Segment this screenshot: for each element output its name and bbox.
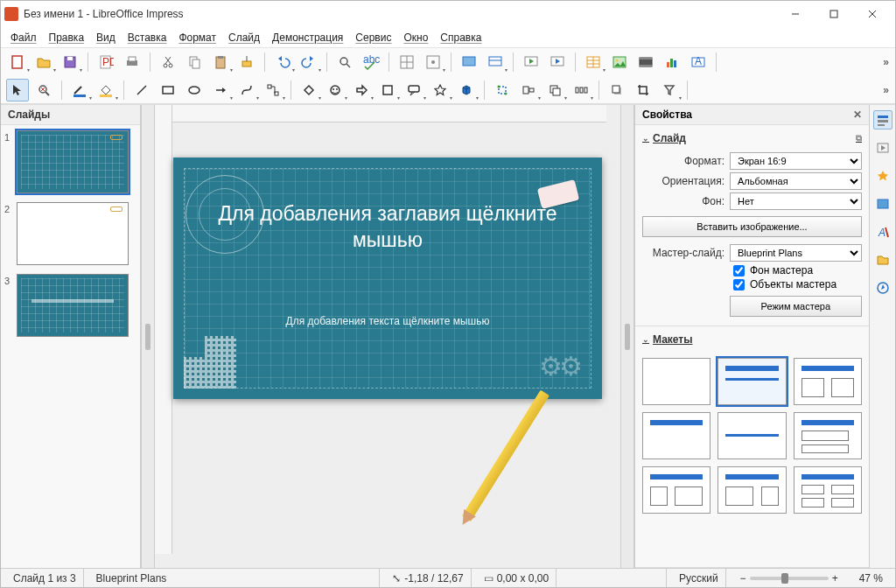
layout-centered[interactable]: [718, 412, 786, 459]
undo-button[interactable]: ▾: [271, 51, 294, 74]
paste-button[interactable]: ▾: [209, 51, 232, 74]
minimize-button[interactable]: [776, 1, 815, 27]
insert-textbox-button[interactable]: A: [687, 51, 710, 74]
fill-color-tool[interactable]: ▾: [94, 79, 117, 102]
zoom-out-button[interactable]: −: [737, 572, 750, 584]
status-language[interactable]: Русский: [672, 569, 726, 587]
master-select[interactable]: Blueprint Plans: [730, 244, 862, 262]
print-button[interactable]: [121, 51, 144, 74]
slide-thumbnail[interactable]: [17, 202, 129, 265]
master-slide-button[interactable]: ▾: [484, 51, 507, 74]
background-select[interactable]: Нет: [730, 192, 862, 210]
insert-image-button[interactable]: [608, 51, 631, 74]
rect-tool[interactable]: [157, 79, 179, 102]
insert-chart-button[interactable]: [661, 51, 683, 74]
slide-canvas[interactable]: Для добавления заглавия щёлкните мышью Д…: [173, 158, 602, 399]
new-button[interactable]: ▾: [6, 51, 29, 74]
export-pdf-button[interactable]: PDF: [94, 51, 117, 74]
start-current-button[interactable]: [546, 51, 569, 74]
slide-thumbnail[interactable]: [17, 130, 129, 193]
basic-shapes-tool[interactable]: ▾: [298, 79, 320, 102]
rotate-tool[interactable]: [491, 79, 514, 102]
layout-obj-left[interactable]: [642, 466, 710, 514]
line-color-tool[interactable]: ▾: [68, 79, 91, 102]
curve-tool[interactable]: ▾: [235, 79, 258, 102]
layout-title-2content[interactable]: [794, 358, 862, 405]
deck-gallery-icon[interactable]: [873, 250, 892, 270]
title-placeholder[interactable]: Для добавления заглавия щёлкните мышью: [208, 201, 567, 254]
redo-button[interactable]: ▾: [298, 51, 320, 74]
insert-image-button[interactable]: Вставить изображение...: [642, 216, 862, 237]
spellcheck-button[interactable]: abc: [360, 51, 382, 74]
stars-tool[interactable]: ▾: [429, 79, 452, 102]
status-zoom-level[interactable]: 47 %: [852, 569, 890, 587]
ellipse-tool[interactable]: [183, 79, 206, 102]
panel-collapse-right[interactable]: [620, 105, 634, 568]
panel-collapse-left[interactable]: [141, 105, 155, 568]
layout-title-only[interactable]: [642, 412, 710, 459]
properties-close-button[interactable]: ✕: [853, 108, 862, 121]
zoom-tool[interactable]: [32, 79, 55, 102]
insert-table-button[interactable]: ▾: [582, 51, 605, 74]
close-button[interactable]: [853, 1, 892, 27]
align-tool[interactable]: ▾: [517, 79, 540, 102]
section-layouts-title[interactable]: Макеты: [653, 333, 692, 346]
connector-tool[interactable]: ▾: [262, 79, 284, 102]
layout-blank[interactable]: [642, 358, 710, 405]
clone-format-button[interactable]: [235, 51, 258, 74]
menu-insert[interactable]: Вставка: [122, 29, 173, 46]
menu-view[interactable]: Вид: [90, 29, 122, 46]
start-slideshow-button[interactable]: [520, 51, 542, 74]
menu-tools[interactable]: Сервис: [349, 29, 397, 46]
menu-format[interactable]: Формат: [172, 29, 222, 46]
open-button[interactable]: ▾: [32, 51, 55, 74]
deck-slide-transition-icon[interactable]: [873, 138, 892, 158]
drawing-overflow-button[interactable]: »: [883, 84, 890, 96]
slide-thumbnail[interactable]: [17, 274, 129, 337]
menu-help[interactable]: Справка: [434, 29, 487, 46]
menu-window[interactable]: Окно: [397, 29, 434, 46]
arrange-tool[interactable]: ▾: [543, 79, 566, 102]
layout-2obj[interactable]: [794, 412, 862, 459]
deck-styles-icon[interactable]: A: [873, 222, 892, 242]
shadow-tool[interactable]: [606, 79, 628, 102]
content-placeholder[interactable]: Для добавления текста щёлкните мышью: [208, 315, 567, 327]
save-button[interactable]: ▾: [59, 51, 81, 74]
3d-tool[interactable]: ▾: [455, 79, 478, 102]
crop-tool[interactable]: [632, 79, 654, 102]
layout-4obj[interactable]: [794, 466, 862, 514]
find-button[interactable]: [333, 51, 356, 74]
snap-button[interactable]: ▾: [422, 51, 444, 74]
maximize-button[interactable]: [815, 1, 853, 27]
format-select[interactable]: Экран 16:9: [730, 152, 862, 170]
section-undock-icon[interactable]: ⧉: [856, 133, 862, 144]
line-tool[interactable]: [130, 79, 153, 102]
master-mode-button[interactable]: Режим мастера: [730, 296, 862, 317]
menu-slideshow[interactable]: Демонстрация: [266, 29, 349, 46]
canvas-viewport[interactable]: Для добавления заглавия щёлкните мышью Д…: [155, 105, 620, 568]
symbol-shapes-tool[interactable]: ▾: [324, 79, 346, 102]
flowchart-tool[interactable]: ▾: [376, 79, 399, 102]
insert-av-button[interactable]: [634, 51, 657, 74]
menu-slide[interactable]: Слайд: [222, 29, 266, 46]
arrow-tool[interactable]: ▾: [209, 79, 232, 102]
layout-title-content[interactable]: [718, 358, 786, 405]
orientation-select[interactable]: Альбомная: [730, 172, 862, 190]
menu-file[interactable]: Файл: [4, 29, 43, 46]
section-slide-title[interactable]: Слайд: [653, 132, 686, 144]
toolbar-overflow-button[interactable]: »: [883, 56, 890, 68]
master-bg-checkbox[interactable]: [733, 265, 745, 276]
zoom-slider[interactable]: [750, 577, 829, 580]
copy-button[interactable]: [183, 51, 206, 74]
deck-animation-icon[interactable]: [873, 166, 892, 186]
cut-button[interactable]: [157, 51, 179, 74]
layout-obj-right[interactable]: [718, 466, 786, 514]
select-tool[interactable]: [6, 79, 29, 102]
grid-button[interactable]: [396, 51, 418, 74]
distribute-tool[interactable]: ▾: [570, 79, 592, 102]
deck-master-icon[interactable]: [873, 194, 892, 214]
filter-tool[interactable]: ▾: [658, 79, 681, 102]
deck-properties-icon[interactable]: [873, 110, 892, 130]
callout-tool[interactable]: ▾: [402, 79, 425, 102]
block-arrows-tool[interactable]: ▾: [350, 79, 373, 102]
